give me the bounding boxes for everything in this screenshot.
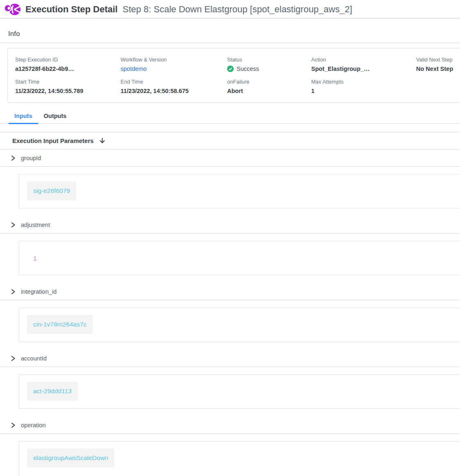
param-row-operation[interactable]: operation [0, 417, 460, 434]
param-value-chip: act-29ddd113 [27, 382, 78, 401]
param-row-accountid[interactable]: accountId [0, 350, 460, 367]
param-value-box: cin-1v78m264as7c [19, 308, 460, 342]
info-section-heading: Info [8, 30, 20, 38]
param-value-chip: cin-1v78m264as7c [27, 315, 93, 334]
field-start-time: Start Time 11/23/2022, 14:50:55.789 [15, 79, 121, 94]
field-workflow-version: Workflow & Version spotdemo [121, 57, 227, 72]
tab-inputs[interactable]: Inputs [9, 111, 38, 124]
field-value: 11/23/2022, 14:50:58.675 [121, 88, 223, 94]
field-value: 11/23/2022, 14:50:55.789 [15, 88, 116, 94]
param-value-number: 1 [27, 248, 43, 269]
success-check-icon [227, 66, 234, 72]
field-label: Step Execution ID [15, 57, 116, 63]
field-label: Valid Next Step [416, 57, 460, 63]
params-section-title: Execution Input Parameters [12, 137, 93, 144]
field-status: Status Success [227, 57, 311, 72]
param-value-box: 1 [19, 241, 460, 275]
tab-outputs[interactable]: Outputs [38, 111, 73, 123]
chevron-right-icon [10, 222, 16, 228]
field-on-failure: onFailure Abort [227, 79, 311, 94]
field-end-time: End Time 11/23/2022, 14:50:58.675 [121, 79, 227, 94]
param-name: operation [21, 422, 46, 428]
field-action: Action Spot_Elastigroup_… [311, 57, 416, 72]
param-row-adjustment[interactable]: adjustment [0, 216, 460, 233]
field-max-attempts: Max Attempts 1 [311, 79, 416, 94]
page-subtitle: Step 8: Scale Down Elastgroup [spot_elas… [123, 4, 352, 15]
field-step-execution-id: Step Execution ID a125728f-6b22-4b9… [15, 57, 121, 72]
field-value: a125728f-6b22-4b9… [15, 66, 116, 72]
field-label: Workflow & Version [121, 57, 223, 63]
param-value-box: elastigroupAwsScaleDown [19, 441, 460, 476]
status-badge: Success [237, 66, 259, 72]
field-label: Max Attempts [311, 79, 412, 85]
param-value-chip: sig-e26f6079 [27, 181, 76, 200]
params-section-header: Execution Input Parameters [0, 132, 460, 150]
chevron-right-icon [10, 155, 16, 161]
field-label: Status [227, 57, 307, 63]
param-row-groupid[interactable]: groupId [0, 150, 460, 167]
param-name: adjustment [21, 222, 50, 228]
field-valid-next-step: Valid Next Step No Next Step [416, 57, 460, 72]
tab-bar: Inputs Outputs [0, 111, 460, 124]
workflow-link[interactable]: spotdemo [121, 66, 223, 72]
chevron-right-icon [10, 289, 16, 295]
info-card: Step Execution ID a125728f-6b22-4b9… Wor… [7, 48, 460, 103]
field-label: Start Time [15, 79, 116, 85]
field-value: No Next Step [416, 66, 460, 72]
page-header: Execution Step Detail Step 8: Scale Down… [0, 0, 460, 18]
param-row-integration-id[interactable]: integration_id [0, 283, 460, 300]
chevron-right-icon [10, 422, 16, 428]
chevron-right-icon [10, 356, 16, 361]
page-title: Execution Step Detail [25, 4, 118, 15]
field-value: 1 [311, 88, 412, 94]
param-name: accountId [21, 355, 47, 362]
field-label: Action [311, 57, 412, 63]
param-name: integration_id [21, 288, 57, 295]
download-icon[interactable] [99, 137, 106, 144]
param-name: groupId [21, 155, 41, 161]
field-value: Abort [227, 88, 307, 94]
info-heading-row: Info [0, 18, 460, 43]
spot-logo-icon [3, 1, 21, 18]
field-value: Spot_Elastigroup_… [311, 66, 412, 72]
param-value-box: sig-e26f6079 [19, 174, 460, 209]
field-label: onFailure [227, 79, 307, 85]
param-value-chip: elastigroupAwsScaleDown [27, 449, 114, 467]
field-label: End Time [121, 79, 223, 85]
param-value-box: act-29ddd113 [19, 374, 460, 409]
